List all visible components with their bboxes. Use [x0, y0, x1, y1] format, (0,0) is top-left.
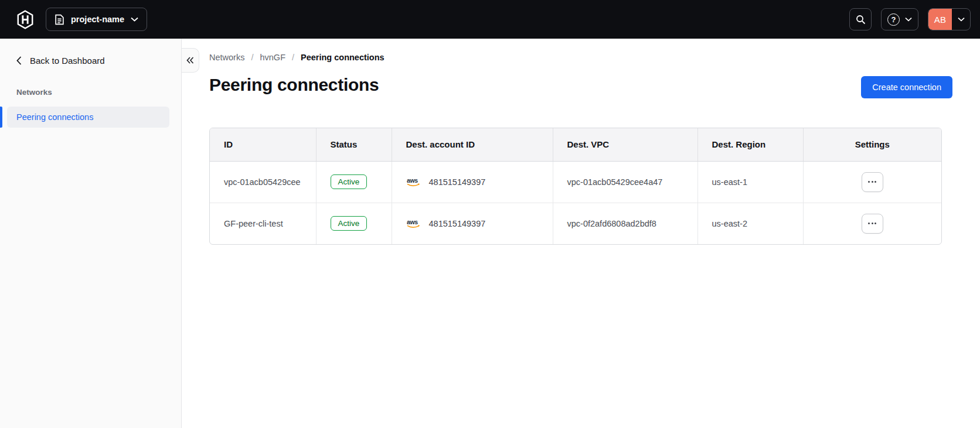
collapse-sidebar-icon: [186, 57, 194, 64]
svg-text:aws: aws: [407, 177, 418, 184]
aws-logo-icon: aws: [406, 218, 422, 229]
project-selector[interactable]: project-name: [46, 8, 147, 31]
sidebar-item-peering-connections[interactable]: Peering connections: [7, 107, 169, 128]
column-header-settings: Settings: [803, 128, 941, 161]
table-row: vpc-01acb05429cee Active aws 48151514939…: [210, 161, 941, 203]
cell-id: vpc-01acb05429cee: [210, 161, 316, 203]
sidebar-item-label: Peering connections: [16, 112, 93, 122]
active-indicator: [0, 107, 2, 128]
sidebar-section-title: Networks: [0, 88, 181, 97]
cell-dest-vpc: vpc-01acb05429cee4a47: [553, 161, 697, 203]
column-header-dest-region: Dest. Region: [697, 128, 803, 161]
column-header-dest-account-id: Dest. account ID: [392, 128, 553, 161]
dest-account-id-value: 481515149397: [429, 219, 486, 228]
main-content: Networks / hvnGF / Peering connections P…: [182, 39, 980, 428]
chevron-left-icon: [16, 56, 22, 65]
status-badge: Active: [331, 174, 368, 189]
project-selector-label: project-name: [71, 15, 124, 24]
table-body: vpc-01acb05429cee Active aws 48151514939…: [210, 161, 941, 244]
cell-status: Active: [316, 161, 392, 203]
row-actions-button[interactable]: [862, 214, 883, 234]
top-bar: project-name ? AB: [0, 0, 980, 39]
cell-dest-account-id: aws 481515149397: [392, 203, 553, 244]
peering-connections-table: ID Status Dest. account ID Dest. VPC Des…: [209, 128, 942, 245]
cell-settings: [803, 203, 941, 244]
breadcrumb: Networks / hvnGF / Peering connections: [209, 53, 952, 62]
cell-status: Active: [316, 203, 392, 244]
page-title: Peering connections: [209, 74, 379, 95]
breadcrumb-networks[interactable]: Networks: [209, 53, 244, 62]
table-row: GF-peer-cli-test Active aws 481515149397…: [210, 203, 941, 244]
aws-logo-icon: aws: [406, 177, 422, 187]
sidebar-collapse-button[interactable]: [182, 48, 199, 73]
app-shell: Back to Dashboard Networks Peering conne…: [0, 39, 980, 428]
svg-text:aws: aws: [407, 218, 418, 225]
row-actions-button[interactable]: [862, 172, 883, 192]
back-to-dashboard-link[interactable]: Back to Dashboard: [0, 56, 181, 66]
sidebar: Back to Dashboard Networks Peering conne…: [0, 39, 182, 428]
dest-account-id-value: 481515149397: [429, 177, 486, 187]
cell-id: GF-peer-cli-test: [210, 203, 316, 244]
ellipsis-icon: [868, 222, 876, 224]
chevron-down-icon: [952, 17, 970, 22]
create-connection-button[interactable]: Create connection: [861, 76, 952, 98]
chevron-down-icon: [905, 17, 912, 22]
cell-settings: [803, 161, 941, 203]
cell-dest-region: us-east-2: [697, 203, 803, 244]
column-header-dest-vpc: Dest. VPC: [553, 128, 697, 161]
help-menu-button[interactable]: ?: [881, 8, 918, 30]
topbar-actions: ? AB: [849, 8, 971, 30]
document-icon: [55, 14, 64, 25]
chevron-down-icon: [131, 17, 138, 22]
status-badge: Active: [331, 216, 368, 231]
cell-dest-vpc: vpc-0f2afd6808ad2bdf8: [553, 203, 697, 244]
cell-dest-region: us-east-1: [697, 161, 803, 203]
breadcrumb-separator: /: [251, 53, 253, 62]
column-header-status: Status: [316, 128, 392, 161]
avatar: AB: [928, 9, 952, 30]
cell-dest-account-id: aws 481515149397: [392, 161, 553, 203]
ellipsis-icon: [868, 181, 876, 183]
page-header: Peering connections Create connection: [209, 74, 952, 98]
breadcrumb-separator: /: [292, 53, 294, 62]
help-icon: ?: [887, 13, 900, 26]
breadcrumb-current: Peering connections: [301, 53, 384, 62]
search-button[interactable]: [849, 8, 872, 30]
breadcrumb-hvn[interactable]: hvnGF: [260, 53, 285, 62]
search-icon: [856, 15, 866, 25]
user-menu-button[interactable]: AB: [928, 8, 971, 30]
hashicorp-logo-icon: [12, 10, 39, 29]
back-to-dashboard-label: Back to Dashboard: [30, 56, 105, 66]
table-header: ID Status Dest. account ID Dest. VPC Des…: [210, 128, 941, 161]
column-header-id: ID: [210, 128, 316, 161]
